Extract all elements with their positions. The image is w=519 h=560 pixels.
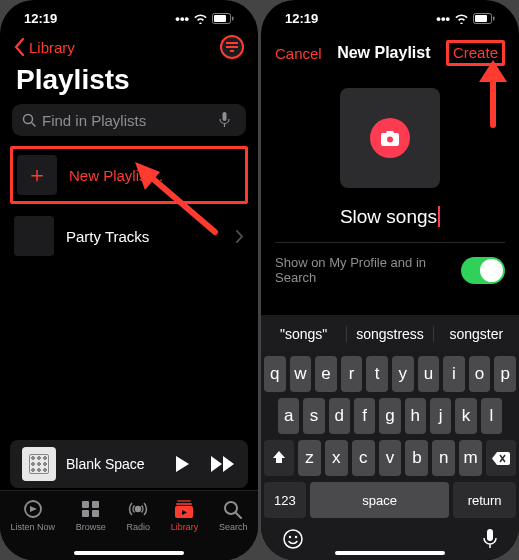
key-p[interactable]: p	[494, 356, 516, 392]
svg-rect-2	[232, 17, 234, 21]
key-w[interactable]: w	[290, 356, 312, 392]
key-y[interactable]: y	[392, 356, 414, 392]
suggestion[interactable]: songstress	[347, 326, 433, 342]
key-n[interactable]: n	[432, 440, 455, 476]
key-t[interactable]: t	[366, 356, 388, 392]
svg-rect-12	[177, 500, 191, 502]
wifi-icon	[193, 13, 208, 24]
svg-line-4	[32, 123, 35, 126]
key-h[interactable]: h	[405, 398, 426, 434]
shift-icon	[271, 450, 287, 466]
svg-point-23	[295, 536, 297, 538]
playlist-label: Party Tracks	[66, 228, 224, 245]
key-u[interactable]: u	[418, 356, 440, 392]
camera-button[interactable]	[370, 118, 410, 158]
tab-library[interactable]: Library	[171, 499, 199, 532]
key-s[interactable]: s	[303, 398, 324, 434]
now-playing-bar[interactable]: Blank Space	[10, 440, 248, 488]
modal-title: New Playlist	[337, 44, 430, 62]
suggestion[interactable]: "songs"	[261, 326, 347, 342]
tab-bar: Listen Now Browse Radio Library Search	[0, 490, 258, 560]
artwork-picker[interactable]	[340, 88, 440, 188]
svg-point-11	[136, 507, 141, 512]
now-playing-artwork	[22, 447, 56, 481]
home-indicator[interactable]	[335, 551, 445, 555]
emoji-key[interactable]	[282, 528, 304, 550]
key-g[interactable]: g	[379, 398, 400, 434]
svg-point-15	[225, 502, 237, 514]
sort-button[interactable]	[220, 35, 244, 59]
keyboard-container: "songs" songstress songster q w e r t y …	[261, 314, 519, 560]
keyboard: q w e r t y u i o p a s d f g h j k l	[261, 352, 519, 560]
key-q[interactable]: q	[264, 356, 286, 392]
tab-search[interactable]: Search	[219, 499, 248, 532]
suggestion[interactable]: songster	[434, 326, 519, 342]
skip-forward-icon[interactable]	[210, 455, 236, 473]
clock: 12:19	[285, 11, 318, 26]
back-label: Library	[29, 39, 75, 56]
profile-toggle-label: Show on My Profile and in Search	[275, 255, 461, 285]
status-bar: 12:19 •••	[261, 0, 519, 32]
key-c[interactable]: c	[352, 440, 375, 476]
svg-rect-10	[92, 510, 99, 517]
signal-dots-icon: •••	[436, 11, 450, 26]
sort-icon	[226, 46, 238, 48]
play-icon[interactable]	[174, 455, 190, 473]
key-x[interactable]: x	[325, 440, 348, 476]
key-o[interactable]: o	[469, 356, 491, 392]
home-indicator[interactable]	[74, 551, 184, 555]
profile-toggle[interactable]	[461, 257, 505, 284]
key-f[interactable]: f	[354, 398, 375, 434]
shift-key[interactable]	[264, 440, 294, 476]
key-d[interactable]: d	[329, 398, 350, 434]
key-i[interactable]: i	[443, 356, 465, 392]
status-bar: 12:19 •••	[0, 0, 258, 32]
svg-rect-8	[92, 501, 99, 508]
key-k[interactable]: k	[455, 398, 476, 434]
mic-icon[interactable]	[219, 112, 230, 128]
svg-point-22	[289, 536, 291, 538]
numbers-key[interactable]: 123	[264, 482, 306, 518]
search-input[interactable]: Find in Playlists	[12, 104, 246, 136]
back-button[interactable]: Library	[14, 38, 75, 56]
battery-icon	[212, 13, 234, 24]
svg-rect-1	[214, 15, 226, 22]
svg-line-16	[236, 513, 241, 518]
key-j[interactable]: j	[430, 398, 451, 434]
key-e[interactable]: e	[315, 356, 337, 392]
plus-icon: ＋	[26, 160, 48, 190]
search-icon	[22, 113, 36, 127]
tab-browse[interactable]: Browse	[76, 499, 106, 532]
playlists-screen: 12:19 ••• Library Playlists Find in Play…	[0, 0, 258, 560]
search-placeholder: Find in Playlists	[42, 112, 146, 129]
new-playlist-art: ＋	[17, 155, 57, 195]
svg-point-20	[387, 136, 393, 142]
dictation-key[interactable]	[482, 528, 498, 550]
key-z[interactable]: z	[298, 440, 321, 476]
space-key[interactable]: space	[310, 482, 449, 518]
svg-rect-13	[176, 503, 192, 505]
new-playlist-row[interactable]: ＋ New Playlist...	[17, 153, 241, 197]
svg-rect-18	[475, 15, 487, 22]
return-key[interactable]: return	[453, 482, 516, 518]
key-l[interactable]: l	[481, 398, 502, 434]
chevron-right-icon	[236, 230, 244, 243]
key-v[interactable]: v	[379, 440, 402, 476]
key-r[interactable]: r	[341, 356, 363, 392]
create-button[interactable]: Create	[453, 44, 498, 61]
svg-rect-5	[223, 112, 227, 121]
create-button-highlight: Create	[446, 40, 505, 66]
key-b[interactable]: b	[405, 440, 428, 476]
key-a[interactable]: a	[278, 398, 299, 434]
svg-point-3	[24, 115, 33, 124]
new-playlist-label: New Playlist...	[69, 167, 163, 184]
playlist-row[interactable]: Party Tracks	[0, 210, 258, 262]
key-m[interactable]: m	[459, 440, 482, 476]
backspace-key[interactable]	[486, 440, 516, 476]
svg-point-21	[284, 530, 302, 548]
playlist-name-input[interactable]: Slow songs	[261, 206, 519, 234]
tab-listen-now[interactable]: Listen Now	[10, 499, 55, 532]
cancel-button[interactable]: Cancel	[275, 45, 322, 62]
svg-rect-19	[493, 17, 495, 21]
tab-radio[interactable]: Radio	[126, 499, 150, 532]
